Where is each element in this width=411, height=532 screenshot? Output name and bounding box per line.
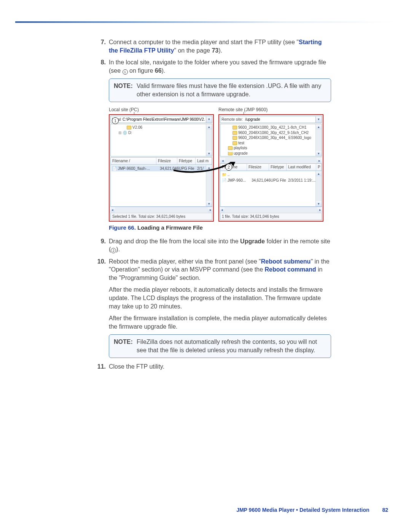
upgrade-folder-name: Upgrade — [240, 238, 265, 244]
step-8: 8. In the local site, navigate to the fo… — [95, 58, 331, 75]
remote-tree[interactable]: 9600_2048X1080_30p_422_1-8ch_CH1 9600_20… — [220, 124, 322, 157]
tree-label: D: — [128, 130, 132, 136]
tree-label: 9600_2048X1080_30p_444_ ES9600_logo — [238, 135, 311, 141]
tree-item[interactable]: test — [221, 141, 321, 146]
folder-icon — [233, 131, 237, 135]
note-box-2: NOTE: FileZilla does not automatically r… — [109, 334, 331, 358]
footer-text: JMP 9600 Media Player • Detailed System … — [236, 507, 369, 513]
folder-icon — [233, 126, 237, 129]
tree-item[interactable]: playlists — [221, 145, 321, 151]
folder-icon — [127, 126, 131, 129]
expand-icon[interactable]: ⊞ — [118, 130, 121, 136]
col-header[interactable]: Filesize — [247, 164, 269, 171]
local-pane: 1 Local ▾ V2.06 ⊞💿D: ▴▾ Filename / Files… — [109, 114, 214, 222]
text: ). — [162, 67, 166, 74]
local-pane-title: Local site (PC) — [109, 107, 214, 113]
remote-addr-label: Remote site: — [220, 116, 244, 123]
figure-66: Local site (PC) 1 Local ▾ V2.06 ⊞💿D: ▴▾ — [109, 107, 331, 222]
paragraph: After the firmware installation is compl… — [109, 314, 331, 331]
file-row[interactable]: 📄 JMP-960... 34,621,046 UPG File 2/3/201… — [221, 177, 321, 184]
col-header[interactable]: Last modified — [287, 164, 316, 171]
text: Reboot the media player, either via the … — [109, 258, 261, 265]
step-text: Reboot the media player, either via the … — [109, 257, 331, 282]
local-address-bar[interactable]: Local ▾ — [110, 116, 212, 123]
step-number: 9. — [95, 237, 106, 254]
local-path-input[interactable] — [121, 117, 206, 122]
page-ref: 73 — [212, 47, 218, 54]
step-number: 7. — [95, 38, 106, 54]
tree-item[interactable]: 9600_2048X1080_30p_422_1-8ch_CH1 — [221, 125, 321, 130]
step-text: In the local site, navigate to the folde… — [109, 58, 331, 75]
note-label: NOTE: — [114, 338, 137, 354]
dropdown-icon[interactable]: ▾ — [206, 117, 212, 123]
dropdown-icon[interactable]: ▾ — [315, 117, 322, 123]
text: on figure — [128, 67, 155, 74]
tree-item[interactable]: 9600_2048X1080_30p_422_9-16ch_CH2 — [221, 130, 321, 136]
file-size: 34,621,046 — [249, 178, 271, 183]
tree-item[interactable]: 9600_2048X1080_30p_444_ ES9600_logo — [221, 135, 321, 141]
callout-2-icon: 2 — [111, 248, 116, 253]
step-10: 10. Reboot the media player, either via … — [95, 257, 331, 282]
tree-label: upgrade — [234, 151, 248, 156]
col-header[interactable]: P — [316, 164, 322, 171]
scrollbar-horizontal[interactable]: ◂▸ — [219, 207, 323, 213]
file-name: JMP-9600_flash-... — [118, 166, 150, 171]
page-number: 82 — [382, 507, 388, 513]
remote-pane-title: Remote site (JMP 9600) — [218, 107, 323, 113]
folder-icon — [228, 146, 233, 150]
local-status: Selected 1 file. Total size: 34,621,046 … — [110, 213, 212, 220]
scrollbar-vertical[interactable]: ▴▾ — [206, 124, 212, 156]
scrollbar-horizontal[interactable]: ◂▸ — [110, 207, 213, 213]
remote-status: 1 file. Total size: 34,621,046 bytes — [220, 213, 322, 220]
remote-path-input[interactable] — [244, 117, 315, 122]
text: ). — [218, 47, 222, 54]
step-9: 9. Drag and drop the file from the local… — [95, 237, 331, 254]
local-filelist[interactable]: 📄 JMP-9600_flash-... 34,621,046 UPG File… — [110, 165, 212, 207]
file-name: JMP-960... — [228, 178, 246, 182]
callout-2: 2 — [225, 164, 232, 171]
step-text: Close the FTP utility. — [109, 363, 331, 371]
tree-item[interactable]: V2.06 — [112, 125, 211, 130]
remote-address-bar[interactable]: Remote site: ▾ — [220, 116, 322, 123]
figure-ref: 66 — [155, 67, 162, 74]
tree-item[interactable]: ⊞💿D: — [112, 130, 211, 136]
header-gradient-bar — [15, 21, 396, 23]
text: Connect a computer to the media player a… — [109, 39, 299, 45]
paragraph: After the media player reboots, it autom… — [109, 286, 331, 310]
folder-open-icon — [228, 152, 233, 155]
caption-prefix: Figure 66. — [109, 224, 136, 231]
document-body: 7. Connect a computer to the media playe… — [95, 38, 331, 374]
ftp-panes: Local site (PC) 1 Local ▾ V2.06 ⊞💿D: ▴▾ — [109, 107, 331, 222]
scrollbar-vertical[interactable]: ▴▾ — [315, 171, 322, 206]
step-number: 8. — [95, 58, 106, 75]
file-type: UPG File — [271, 178, 288, 183]
step-text: Drag and drop the file from the local si… — [109, 237, 331, 254]
note-box-1: NOTE: Valid firmware files must have the… — [109, 78, 331, 102]
callout-1: 1 — [112, 117, 119, 124]
note-text: FileZilla does not automatically refresh… — [137, 338, 326, 354]
caption-title: Loading a Firmware File — [136, 224, 203, 231]
step-text: Connect a computer to the media player a… — [109, 38, 331, 54]
tree-label: test — [238, 141, 244, 146]
tree-item-upgrade[interactable]: upgrade — [221, 151, 321, 156]
step-7: 7. Connect a computer to the media playe… — [95, 38, 331, 54]
step-11: 11. Close the FTP utility. — [95, 363, 331, 371]
note-label: NOTE: — [114, 82, 137, 98]
link-reboot-submenu[interactable]: Reboot submenu — [261, 258, 311, 265]
text: Drag and drop the file from the local si… — [109, 238, 240, 244]
tree-label: V2.06 — [132, 125, 142, 130]
text: " on the page — [174, 47, 212, 54]
scrollbar-vertical[interactable]: ▴▾ — [315, 124, 322, 156]
col-header[interactable]: Filetype — [269, 164, 287, 171]
folder-icon — [233, 136, 237, 140]
step-number: 11. — [95, 363, 106, 371]
tree-label: 9600_2048X1080_30p_422_9-16ch_CH2 — [238, 130, 309, 136]
tree-label: 9600_2048X1080_30p_422_1-8ch_CH1 — [238, 125, 307, 130]
callout-1-icon: 1 — [123, 69, 128, 75]
text: ). — [116, 246, 120, 252]
link-reboot-command[interactable]: Reboot command — [264, 266, 316, 273]
local-tree[interactable]: V2.06 ⊞💿D: ▴▾ — [110, 124, 212, 157]
figure-caption: Figure 66. Loading a Firmware File — [109, 224, 331, 232]
page-footer: JMP 9600 Media Player • Detailed System … — [0, 507, 388, 513]
col-header[interactable]: Filename / — [111, 158, 156, 165]
